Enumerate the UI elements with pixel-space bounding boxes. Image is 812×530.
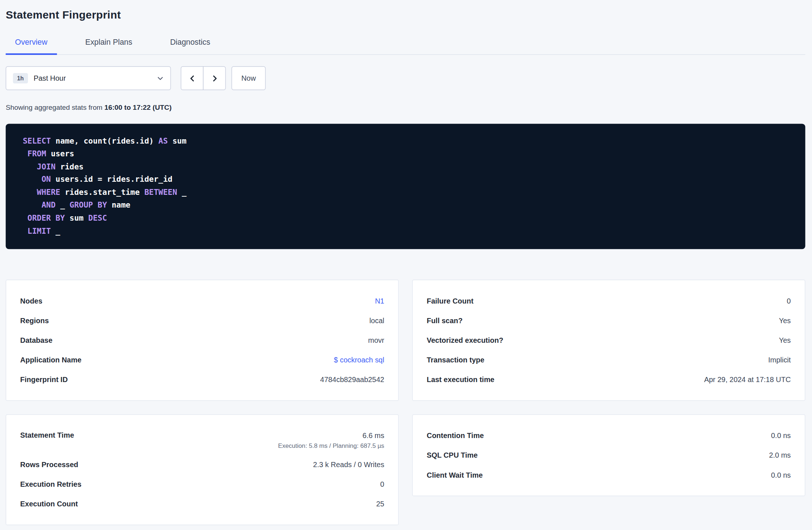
row-value-wrap: 6.6 msExecution: 5.8 ms / Planning: 687.… — [278, 431, 384, 449]
row-value: 0.0 ns — [771, 471, 791, 479]
row-value: 6.6 ms — [362, 431, 384, 440]
row-label: Client Wait Time — [427, 471, 493, 479]
row-subvalue: Execution: 5.8 ms / Planning: 687.5 µs — [278, 442, 384, 450]
row-value-wrap: 0.0 ns — [771, 470, 791, 480]
row-value-wrap: 2.3 k Reads / 0 Writes — [313, 460, 384, 469]
row-label: Application Name — [20, 356, 92, 364]
card-row: Rows Processed2.3 k Reads / 0 Writes — [20, 455, 385, 474]
card-row: Application Name$ cockroach sql — [20, 350, 385, 370]
chevron-left-icon — [188, 74, 196, 82]
row-value: 2.3 k Reads / 0 Writes — [313, 461, 384, 469]
time-toolbar: 1h Past Hour Now — [6, 66, 805, 90]
card-row: Contention Time0.0 ns — [427, 426, 791, 445]
card-row: Full scan?Yes — [427, 311, 791, 330]
card-row: NodesN1 — [20, 291, 385, 311]
row-value-wrap: 0 — [380, 479, 384, 489]
statement-details-card: NodesN1RegionslocalDatabasemovrApplicati… — [6, 280, 399, 401]
tab-bar: OverviewExplain PlansDiagnostics — [6, 37, 805, 55]
tab-diagnostics[interactable]: Diagnostics — [161, 37, 220, 55]
row-value: Yes — [779, 336, 791, 345]
row-label: Vectorized execution? — [427, 336, 514, 345]
timing-card: Contention Time0.0 nsSQL CPU Time2.0 msC… — [412, 414, 805, 496]
now-button[interactable]: Now — [232, 66, 266, 90]
time-range-badge: 1h — [13, 73, 28, 83]
page-title: Statement Fingerprint — [6, 0, 805, 22]
row-value-wrap: 2.0 ms — [769, 451, 791, 460]
row-value: movr — [368, 336, 384, 345]
stats-line-prefix: Showing aggregated stats from — [6, 104, 105, 111]
row-value: 2.0 ms — [769, 451, 791, 459]
row-label: Database — [20, 336, 63, 345]
row-value-wrap: N1 — [375, 296, 385, 306]
row-label: Contention Time — [427, 431, 494, 440]
card-row: Vectorized execution?Yes — [427, 330, 791, 350]
statement-time-card: Statement Time6.6 msExecution: 5.8 ms / … — [6, 414, 399, 525]
row-value: 0 — [380, 480, 384, 489]
card-row: Last execution timeApr 29, 2024 at 17:18… — [427, 370, 791, 389]
row-value-wrap: 4784cb829aab2542 — [320, 375, 384, 385]
card-row: Execution Retries0 — [20, 474, 385, 494]
card-row: Execution Count25 — [20, 494, 385, 514]
row-label: Transaction type — [427, 356, 495, 364]
row-value-wrap: local — [369, 316, 384, 325]
sql-statement-box: SELECT name, count(rides.id) AS sum FROM… — [6, 124, 805, 249]
row-label: Last execution time — [427, 376, 505, 384]
row-value: 4784cb829aab2542 — [320, 376, 384, 384]
tab-explain-plans[interactable]: Explain Plans — [76, 37, 142, 55]
card-row: Statement Time6.6 msExecution: 5.8 ms / … — [20, 426, 385, 455]
sql-line: ORDER BY sum DESC — [23, 212, 788, 224]
row-value-link[interactable]: N1 — [375, 297, 385, 305]
card-row: SQL CPU Time2.0 ms — [427, 445, 791, 465]
execution-attributes-card: Failure Count0Full scan?YesVectorized ex… — [412, 280, 805, 401]
chevron-down-icon — [157, 75, 164, 82]
row-value: local — [369, 317, 384, 325]
time-range-dropdown[interactable]: 1h Past Hour — [6, 66, 171, 90]
row-value-wrap: movr — [368, 336, 384, 345]
tab-overview[interactable]: Overview — [6, 37, 57, 55]
row-label: Rows Processed — [20, 461, 89, 469]
row-value-wrap: 0 — [787, 296, 791, 306]
time-range-label: Past Hour — [33, 74, 157, 83]
row-value-wrap: $ cockroach sql — [334, 355, 385, 365]
row-value-link[interactable]: $ cockroach sql — [334, 356, 385, 364]
row-label: Nodes — [20, 297, 53, 305]
chevron-right-icon — [210, 74, 218, 82]
card-row: Client Wait Time0.0 ns — [427, 465, 791, 485]
row-value: 0.0 ns — [771, 431, 791, 440]
row-label: SQL CPU Time — [427, 451, 488, 459]
summary-cards: NodesN1RegionslocalDatabasemovrApplicati… — [6, 280, 805, 525]
card-row: Transaction typeImplicit — [427, 350, 791, 370]
card-row: Databasemovr — [20, 330, 385, 350]
row-value-wrap: Yes — [779, 336, 791, 345]
row-label: Full scan? — [427, 317, 473, 325]
row-value-wrap: 25 — [376, 499, 384, 509]
row-value-wrap: 0.0 ns — [771, 431, 791, 440]
sql-line: ON users.id = rides.rider_id — [23, 173, 788, 186]
card-row: Fingerprint ID4784cb829aab2542 — [20, 370, 385, 389]
row-value: Apr 29, 2024 at 17:18 UTC — [704, 376, 791, 384]
row-value: 25 — [376, 500, 384, 508]
row-label: Execution Retries — [20, 480, 92, 489]
time-next-button[interactable] — [203, 66, 226, 90]
row-value: Yes — [779, 317, 791, 325]
sql-code: SELECT name, count(rides.id) AS sum FROM… — [23, 134, 788, 237]
sql-line: SELECT name, count(rides.id) AS sum — [23, 134, 788, 147]
card-row: Failure Count0 — [427, 291, 791, 311]
row-label: Fingerprint ID — [20, 376, 78, 384]
row-value: Implicit — [768, 356, 791, 364]
statement-fingerprint-page: Statement Fingerprint OverviewExplain Pl… — [0, 0, 812, 530]
time-step-buttons — [181, 66, 226, 90]
row-label: Execution Count — [20, 500, 88, 508]
card-row: Regionslocal — [20, 311, 385, 330]
stats-line-range: 16:00 to 17:22 (UTC) — [104, 104, 172, 111]
row-value: 0 — [787, 297, 791, 305]
sql-line: LIMIT _ — [23, 225, 788, 237]
sql-line: AND _ GROUP BY name — [23, 199, 788, 212]
sql-line: WHERE rides.start_time BETWEEN _ — [23, 186, 788, 199]
row-label: Failure Count — [427, 297, 484, 305]
row-value-wrap: Yes — [779, 316, 791, 325]
row-value-wrap: Implicit — [768, 355, 791, 365]
row-label: Statement Time — [20, 431, 85, 439]
time-prev-button[interactable] — [181, 66, 204, 90]
aggregated-stats-line: Showing aggregated stats from 16:00 to 1… — [6, 104, 805, 111]
